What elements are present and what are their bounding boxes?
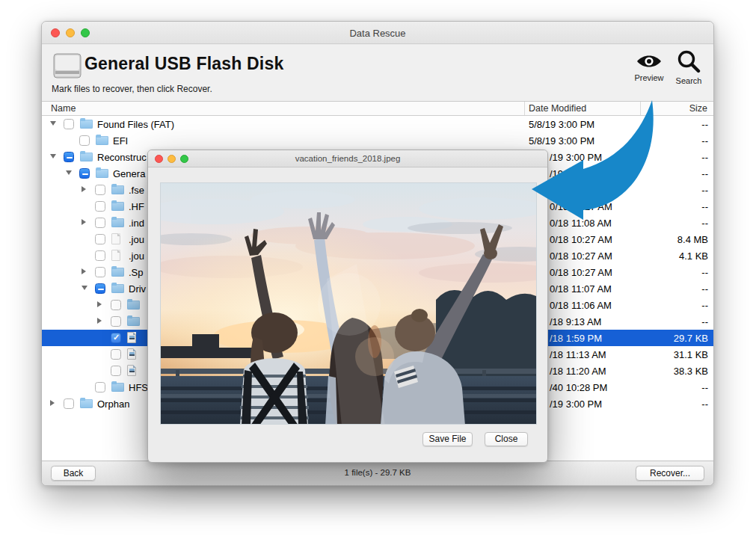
row-size: -- [701, 300, 708, 311]
disclosure-triangle-icon[interactable] [82, 286, 87, 290]
folder-icon [111, 185, 124, 194]
row-date-modified: /18 9:13 AM [550, 316, 601, 327]
row-checkbox[interactable] [79, 135, 90, 146]
save-file-button[interactable]: Save File [422, 432, 473, 446]
row-date-modified: 0/18 10:27 AM [550, 250, 612, 262]
row-checkbox[interactable] [111, 300, 121, 310]
row-size: -- [701, 398, 708, 410]
close-button[interactable]: Close [485, 432, 528, 446]
row-date-modified: 0/18 11:07 AM [550, 283, 612, 295]
row-date-modified: 0/18 11:06 AM [550, 300, 612, 311]
row-name: .HF [129, 201, 144, 212]
row-name: .Sp [129, 267, 144, 278]
row-checkbox[interactable] [95, 185, 105, 195]
row-date-modified: /40 10:28 PM [550, 382, 607, 393]
instruction-text: Mark files to recover, then click Recove… [52, 84, 212, 94]
row-name: HFS [129, 382, 148, 393]
row-checkbox[interactable] [79, 168, 90, 179]
row-size: -- [701, 152, 708, 163]
file-icon [111, 233, 120, 244]
row-size: 4.1 KB [679, 250, 708, 262]
selection-status: 1 file(s) - 29.7 KB [42, 468, 713, 477]
eye-preview-icon [636, 52, 663, 70]
disclosure-triangle-icon[interactable] [66, 170, 72, 175]
row-size: -- [701, 201, 708, 212]
row-checkbox[interactable] [64, 119, 74, 129]
image-icon [127, 365, 136, 376]
column-name[interactable]: Name [51, 103, 76, 114]
row-checkbox[interactable] [95, 382, 105, 392]
magnifier-search-icon [676, 49, 701, 73]
folder-icon [111, 284, 124, 293]
row-checkbox[interactable] [95, 234, 105, 244]
row-size: -- [701, 283, 708, 295]
disclosure-triangle-icon[interactable] [82, 219, 86, 225]
row-checkbox[interactable] [95, 250, 105, 261]
footer-bar: Back 1 file(s) - 29.7 KB Recover... [42, 461, 713, 485]
callout-arrow-icon [520, 94, 669, 221]
row-date-modified: 0/18 10:27 AM [550, 234, 612, 245]
row-date-modified: /18 11:20 AM [550, 366, 606, 377]
row-name: Orphan [97, 398, 129, 410]
row-size: -- [701, 185, 708, 196]
folder-icon [80, 120, 93, 129]
disclosure-triangle-icon[interactable] [82, 186, 86, 192]
row-checkbox[interactable] [111, 366, 121, 376]
row-size: -- [701, 135, 708, 147]
row-checkbox[interactable] [95, 218, 105, 228]
disclosure-triangle-icon[interactable] [82, 268, 86, 274]
preview-titlebar[interactable]: vacation_friends_2018.jpeg [148, 150, 547, 167]
preview-tool-label: Preview [632, 73, 666, 82]
folder-icon [127, 301, 140, 310]
folder-icon [80, 153, 93, 161]
preview-tool-button[interactable]: Preview [632, 52, 666, 82]
row-size: -- [701, 382, 708, 393]
preview-image-window: vacation_friends_2018.jpeg [147, 150, 548, 463]
folder-icon [111, 218, 124, 227]
row-name: Reconstruc [97, 152, 147, 163]
row-date-modified: /18 1:59 PM [550, 333, 602, 344]
row-checkbox[interactable] [95, 283, 105, 294]
row-checkbox[interactable] [111, 349, 121, 360]
preview-window-title: vacation_friends_2018.jpeg [148, 154, 547, 163]
folder-icon [111, 383, 124, 392]
device-title: General USB Flash Disk [84, 54, 283, 74]
file-icon [111, 250, 120, 261]
row-checkbox[interactable] [95, 267, 105, 277]
row-size: 31.1 KB [674, 349, 708, 360]
row-name: .fse [129, 185, 144, 196]
folder-icon [127, 317, 140, 326]
row-checkbox[interactable] [111, 333, 121, 343]
row-name: Genera [113, 168, 145, 179]
search-tool-button[interactable]: Search [672, 52, 706, 85]
row-size: -- [701, 168, 708, 179]
row-size: -- [701, 218, 708, 229]
row-size: -- [701, 267, 708, 278]
row-date-modified: /19 3:00 PM [550, 398, 602, 410]
row-checkbox[interactable] [95, 201, 105, 212]
image-icon [127, 348, 136, 360]
column-size[interactable]: Size [689, 103, 707, 114]
row-checkbox[interactable] [64, 152, 74, 162]
search-tool-label: Search [672, 76, 706, 85]
app-header: General USB Flash Disk Mark files to rec… [42, 45, 713, 102]
hard-disk-icon [53, 53, 82, 81]
row-checkbox[interactable] [111, 316, 121, 327]
folder-icon [111, 268, 124, 277]
titlebar[interactable]: Data Rescue [42, 22, 713, 44]
disclosure-triangle-icon[interactable] [50, 121, 56, 126]
row-name: Found Files (FAT) [97, 119, 174, 130]
row-name: .jou [129, 234, 144, 245]
row-size: -- [701, 316, 708, 327]
folder-icon [96, 169, 108, 178]
disclosure-triangle-icon[interactable] [50, 154, 56, 158]
folder-icon [111, 202, 124, 211]
image-icon [127, 332, 136, 343]
row-size: 38.3 KB [674, 366, 708, 377]
recover-button[interactable]: Recover... [636, 466, 704, 481]
preview-photo [160, 182, 537, 425]
disclosure-triangle-icon[interactable] [50, 400, 55, 406]
disclosure-triangle-icon[interactable] [97, 318, 102, 324]
row-checkbox[interactable] [64, 398, 74, 409]
disclosure-triangle-icon[interactable] [97, 301, 102, 307]
